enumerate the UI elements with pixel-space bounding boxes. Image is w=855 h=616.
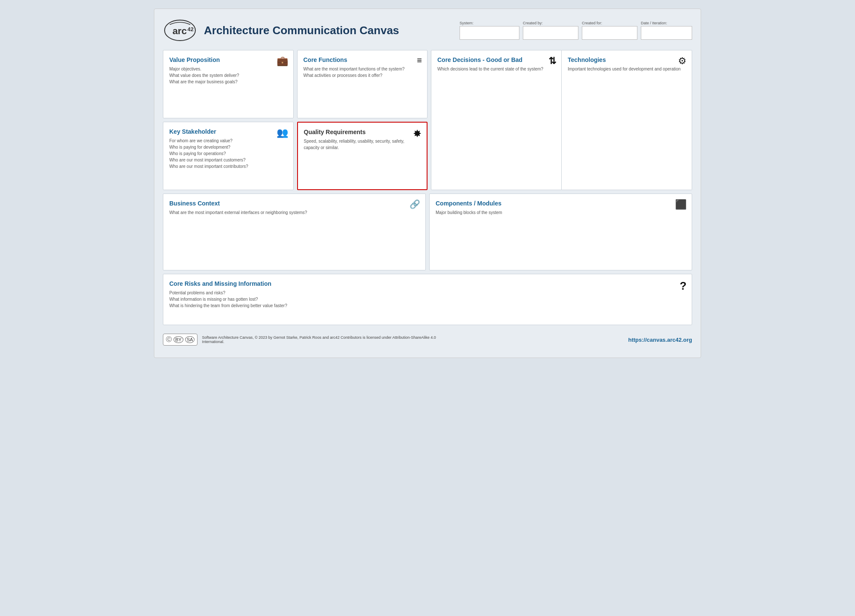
business-context-card: 🔗 Business Context What are the most imp… [163,194,426,270]
page-wrapper: arc 42 Architecture Communication Canvas… [154,9,701,358]
business-context-desc: What are the most important external int… [169,209,419,216]
by-icon: BY [174,336,183,343]
core-decisions-title: Core Decisions - Good or Bad [437,56,555,63]
col-mid-stack: ≡ Core Functions What are the most impor… [297,50,428,190]
core-risks-desc: Potential problems and risks?What inform… [169,290,686,309]
components-modules-title: Components / Modules [436,200,686,207]
technologies-card: ⚙ Technologies Important technologies us… [562,50,692,190]
value-proposition-title: Value Proposition [169,56,287,63]
quality-requirements-card: ✸ Quality Requirements Speed, scalabilit… [297,122,428,190]
core-risks-card: ? Core Risks and Missing Information Pot… [163,274,692,325]
quality-requirements-title: Quality Requirements [304,129,421,135]
header: arc 42 Architecture Communication Canvas… [163,18,692,43]
system-field: System: [460,21,519,40]
cc-icon: Ⓒ [166,336,172,343]
briefcase-icon: 💼 [277,56,288,67]
date-input[interactable] [641,26,692,40]
date-field: Date / Iteration: [641,21,692,40]
core-risks-title: Core Risks and Missing Information [169,280,686,287]
system-input[interactable] [460,26,519,40]
footer-url-link[interactable]: https://canvas.arc42.org [628,337,692,343]
col-right-tall: ⇅ Core Decisions - Good or Bad Which dec… [431,50,692,190]
canvas-main: 💼 Value Proposition Major objectives.Wha… [163,50,692,325]
created-by-label: Created by: [523,21,578,25]
header-left: arc 42 Architecture Communication Canvas [163,18,399,43]
sa-icon: SA [185,336,195,343]
key-stakeholder-desc: For whom are we creating value?Who is pa… [169,138,287,170]
core-decisions-desc: Which decisions lead to the current stat… [437,66,555,72]
link-icon: 🔗 [410,199,420,209]
core-functions-title: Core Functions [304,56,422,63]
svg-text:arc: arc [172,26,187,36]
arc42-logo: arc 42 [163,18,197,43]
core-decisions-card: ⇅ Core Decisions - Good or Bad Which dec… [431,50,562,190]
row-bottom: 🔗 Business Context What are the most imp… [163,194,692,270]
core-functions-desc: What are the most important functions of… [304,66,422,79]
system-label: System: [460,21,519,25]
footer-left: Ⓒ BY SA Software Architecture Canvas, © … [163,334,458,346]
row-top: 💼 Value Proposition Major objectives.Wha… [163,50,692,190]
created-for-field: Created for: [582,21,637,40]
business-context-title: Business Context [169,200,419,207]
created-for-input[interactable] [582,26,637,40]
created-for-label: Created for: [582,21,637,25]
components-modules-card: ⬛ Components / Modules Major building bl… [429,194,692,270]
date-label: Date / Iteration: [641,21,692,25]
quality-icon: ✸ [413,128,422,140]
cc-badge: Ⓒ BY SA [163,334,198,346]
header-fields: System: Created by: Created for: Date / … [460,21,692,40]
key-stakeholder-title: Key Stakeholder [169,128,287,135]
people-icon: 👥 [277,127,288,138]
row-risks: ? Core Risks and Missing Information Pot… [163,274,692,325]
list-icon: ≡ [417,56,422,65]
footer: Ⓒ BY SA Software Architecture Canvas, © … [163,330,692,349]
components-modules-desc: Major building blocks of the system [436,209,686,216]
technologies-title: Technologies [568,56,686,63]
svg-text:42: 42 [188,26,194,32]
technologies-desc: Important technologies used for developm… [568,66,686,72]
quality-requirements-desc: Speed, scalability, reliability, usabili… [304,138,421,151]
footer-license-text: Software Architecture Canvas, © 2023 by … [202,335,458,344]
col-left-stack: 💼 Value Proposition Major objectives.Wha… [163,50,294,190]
value-proposition-card: 💼 Value Proposition Major objectives.Wha… [163,50,294,118]
page-title: Architecture Communication Canvas [204,24,399,37]
core-functions-card: ≡ Core Functions What are the most impor… [297,50,428,118]
tools-icon: ⚙ [678,56,687,67]
sort-icon: ⇅ [548,56,556,67]
modules-icon: ⬛ [675,199,687,210]
key-stakeholder-card: 👥 Key Stakeholder For whom are we creati… [163,122,294,190]
value-proposition-desc: Major objectives.What value does the sys… [169,66,287,85]
question-icon: ? [680,279,687,293]
created-by-field: Created by: [523,21,578,40]
created-by-input[interactable] [523,26,578,40]
